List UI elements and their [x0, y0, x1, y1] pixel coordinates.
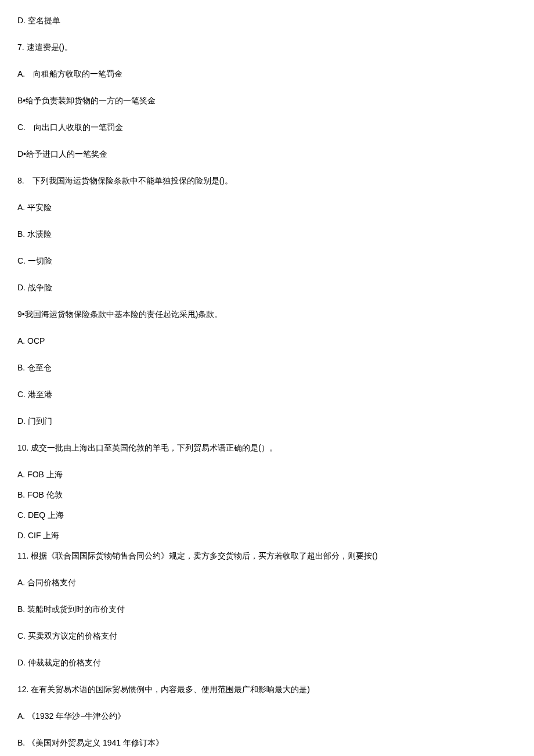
document-line: D. 仲裁裁定的价格支付	[17, 657, 517, 669]
document-line: 12. 在有关贸易术语的国际贸易惯例中，内容最多、使用范围最广和影响最大的是)	[17, 683, 517, 696]
document-line: C. 向出口人收取的一笔罚金	[17, 121, 517, 134]
document-line: 8. 下列我国海运货物保险条款中不能单独投保的险别是()。	[17, 175, 517, 187]
document-line: D. 战争险	[17, 282, 517, 294]
document-line: B. 仓至仓	[17, 362, 517, 374]
document-line: B. FOB 伦敦	[17, 489, 517, 501]
document-line: D. CIF 上海	[17, 530, 517, 542]
document-line: A. OCP	[17, 335, 517, 347]
document-line: 9•我国海运货物保险条款中基本险的责任起讫采甩)条款。	[17, 308, 517, 321]
document-line: B. 《美国对外贸易定义 1941 年修订本》	[17, 737, 517, 749]
document-line: A. 《1932 年华沙−牛津公约》	[17, 710, 517, 722]
document-line: C. 港至港	[17, 388, 517, 401]
document-line: D•给予进口人的一笔奖金	[17, 148, 517, 160]
document-line: D. 空名提单	[17, 15, 517, 27]
document-line: B•给予负责装卸货物的一方的一笔奖金	[17, 95, 517, 107]
document-line: 7. 速遣费是()。	[17, 41, 517, 53]
document-line: B. 装船时或货到时的市价支付	[17, 603, 517, 615]
document-line: C. 买卖双方议定的价格支付	[17, 630, 517, 642]
document-line: A. 合同价格支付	[17, 577, 517, 589]
document-line: A. 向租船方收取的一笔罚金	[17, 68, 517, 80]
document-line: 11. 根据《联合国国际货物销售合同公约》规定，卖方多交货物后，买方若收取了超出…	[17, 550, 517, 562]
document-line: B. 水渍险	[17, 228, 517, 240]
document-line: 10. 成交一批由上海出口至英国伦敦的羊毛，下列贸易术语正确的是(）。	[17, 442, 517, 454]
document-line: A. 平安险	[17, 201, 517, 214]
document-line: C. 一切险	[17, 255, 517, 267]
document-line: A. FOB 上海	[17, 469, 517, 481]
document-line: D. 门到门	[17, 415, 517, 427]
document-line: C. DEQ 上海	[17, 509, 517, 521]
